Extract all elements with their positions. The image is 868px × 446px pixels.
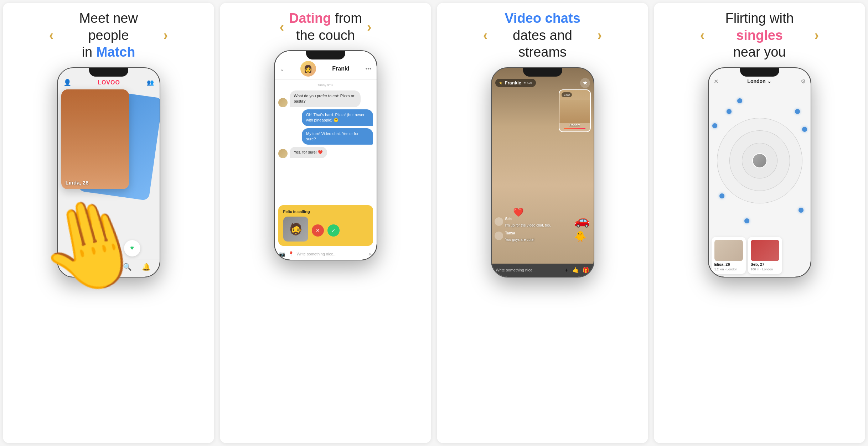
- panel-4-title: Flirting with singles near you: [710, 10, 810, 61]
- panel-3-header: ‹ Video chats dates and streams ›: [483, 10, 602, 61]
- bookmark-icon[interactable]: 📋: [104, 263, 113, 271]
- panel-2-arrow-right[interactable]: ›: [367, 20, 372, 34]
- caller-avatar: 🧔: [283, 217, 308, 242]
- decline-button[interactable]: ✕: [312, 224, 324, 237]
- video-msg-text-2: Tanya You guys are cute!: [505, 229, 534, 242]
- chat-name: Franki: [332, 66, 349, 72]
- accept-button[interactable]: ✓: [327, 224, 340, 237]
- panel-4: ‹ Flirting with singles near you › ✕ Lon…: [654, 3, 865, 443]
- gesture-icon[interactable]: 🤙: [572, 267, 579, 274]
- radar-dot-2[interactable]: [795, 109, 800, 114]
- radar-dot-7[interactable]: [727, 109, 732, 114]
- panel-3: ‹ Video chats dates and streams › ★ Fran…: [437, 3, 648, 443]
- pip-fire-bar: [564, 128, 585, 129]
- video-msg-avatar-2: [495, 232, 503, 240]
- phone-notch-3: [523, 68, 562, 77]
- dislike-button[interactable]: ✕: [77, 240, 93, 256]
- like-button[interactable]: ♥: [124, 240, 140, 256]
- panel-1-arrow-left[interactable]: ‹: [49, 28, 54, 42]
- radar-profiles: Elisa, 26 1.2 km · London Seb, 27 200 m …: [709, 234, 811, 277]
- filter-icon[interactable]: ⚙: [801, 78, 806, 85]
- card-front[interactable]: Linda, 28: [61, 89, 129, 189]
- close-icon[interactable]: ✕: [714, 78, 718, 85]
- phone-notch-4: [740, 68, 779, 77]
- p4-screen: ✕ London ⌄ ⚙: [709, 68, 811, 277]
- settings-icon[interactable]: ⚙️: [66, 263, 75, 271]
- phone-mockup-3: ★ Frankie ★ 4.25 ★ Robert 2:00 🚗: [491, 67, 594, 278]
- play-icon[interactable]: ▶️: [85, 263, 94, 271]
- profile-name-2: Seb, 27: [751, 262, 779, 266]
- radar-dot-4[interactable]: [799, 208, 804, 213]
- profile-avatar-2: [751, 240, 779, 261]
- video-main: ★ Frankie ★ 4.25 ★ Robert 2:00 🚗: [492, 68, 594, 264]
- star-badge-icon[interactable]: ★: [580, 78, 590, 88]
- radar-area: [709, 88, 811, 234]
- chevron-down-icon[interactable]: ⌄: [767, 78, 771, 84]
- center-avatar: [752, 153, 767, 168]
- action-buttons: ✕ ⚡ ♥: [58, 236, 160, 259]
- panel-4-arrow-left[interactable]: ‹: [700, 28, 705, 42]
- gift-icon[interactable]: 🎁: [582, 267, 589, 274]
- person-icon: 👤: [63, 79, 71, 87]
- radar-dot-1[interactable]: [737, 98, 742, 103]
- panel-1-header: ‹ Meet new peoplein Match ›: [49, 10, 168, 61]
- radar-dot-5[interactable]: [744, 218, 749, 223]
- lovoo-logo: LOVOO: [98, 79, 120, 86]
- panel-2-title: Dating fromthe couch: [289, 10, 362, 44]
- radar-dot-6[interactable]: [712, 123, 717, 128]
- chat-input[interactable]: Write something nice...: [297, 252, 365, 256]
- phone-notch-2: [306, 51, 345, 59]
- panel-4-title-text1: Flirting with: [725, 11, 794, 26]
- chat-avatar: 👩: [300, 61, 316, 77]
- p3-screen: ★ Frankie ★ 4.25 ★ Robert 2:00 🚗: [492, 68, 594, 277]
- chat-messages: Tanny 9:32 What do you prefer to eat: Pi…: [275, 80, 377, 203]
- video-pip: Robert 2:00: [559, 89, 591, 132]
- video-msg-1: Seb I'm up for the video chat, too.: [495, 215, 591, 228]
- pip-photo: [559, 100, 590, 123]
- cards-area: Linda, 28: [58, 89, 160, 236]
- video-user-info: ★ Frankie ★ 4.25: [495, 79, 536, 87]
- p1-screen: 👤 LOVOO 👥 Linda, 28 ✕ ⚡ ♥: [58, 68, 160, 277]
- panel-4-highlight: singles: [736, 28, 783, 43]
- camera-icon[interactable]: 📷: [279, 251, 285, 257]
- panel-3-arrow-right[interactable]: ›: [598, 28, 602, 42]
- radar-dot-3[interactable]: [802, 127, 807, 132]
- panel-2-arrow-left[interactable]: ‹: [279, 20, 284, 34]
- sender-avatar-1: [278, 98, 288, 107]
- flash-button[interactable]: ⚡: [100, 240, 117, 256]
- search-icon[interactable]: 🔍: [123, 263, 132, 271]
- phone-notch-1: [89, 68, 128, 77]
- msg-4-container: Yes, for sure! ❤️: [278, 147, 373, 158]
- back-icon[interactable]: ⌄: [280, 66, 284, 72]
- video-chat-text-2: You guys are cute!: [505, 238, 534, 242]
- video-stats: ★ 4.25: [523, 81, 532, 84]
- phone-mockup-2: ⌄ 👩 Franki ••• Tanny 9:32 What do you pr…: [274, 50, 377, 260]
- video-input-text[interactable]: Write something nice...: [496, 268, 561, 272]
- profile-card-1[interactable]: Elisa, 26 1.2 km · London: [712, 237, 746, 274]
- radar-dot-8[interactable]: [719, 193, 724, 198]
- panel-1-title: Meet new peoplein Match: [59, 10, 159, 61]
- panel-2-header: ‹ Dating fromthe couch ›: [279, 10, 371, 44]
- panel-1-phone-container: 🤚 👤 LOVOO 👥 Linda, 28: [48, 67, 169, 295]
- location-icon[interactable]: 📍: [288, 251, 294, 257]
- msg-bubble-3: My turn! Video chat. Yes or for sure?: [302, 128, 373, 145]
- sender-avatar-2: [278, 149, 288, 158]
- panel-1: ‹ Meet new peoplein Match › 🤚 👤 LOVOO 👥: [3, 3, 214, 443]
- profile-card-2[interactable]: Seb, 27 200 m · London: [748, 237, 782, 274]
- video-msg-user-2: Tanya: [505, 231, 515, 235]
- phone-mockup-1: 👤 LOVOO 👥 Linda, 28 ✕ ⚡ ♥: [57, 67, 160, 278]
- video-chat-text-1: I'm up for the video chat, too.: [505, 223, 551, 227]
- send-icon[interactable]: ➤: [368, 251, 372, 257]
- time-badge: 2:00: [562, 92, 572, 97]
- chat-input-bar: 📷 📍 Write something nice... ➤: [275, 248, 377, 260]
- more-icon[interactable]: •••: [366, 66, 372, 72]
- video-msg-user-1: Seb: [505, 217, 512, 221]
- panel-4-arrow-right[interactable]: ›: [815, 28, 819, 42]
- video-msg-text-1: Seb I'm up for the video chat, too.: [505, 215, 551, 228]
- panel-3-arrow-left[interactable]: ‹: [483, 28, 488, 42]
- panel-1-arrow-right[interactable]: ›: [164, 28, 168, 42]
- card-photo: [61, 89, 129, 189]
- plus-icon[interactable]: ＋: [564, 266, 569, 274]
- bell-icon[interactable]: 🔔: [142, 263, 151, 271]
- phone-screen-2: ⌄ 👩 Franki ••• Tanny 9:32 What do you pr…: [275, 51, 377, 260]
